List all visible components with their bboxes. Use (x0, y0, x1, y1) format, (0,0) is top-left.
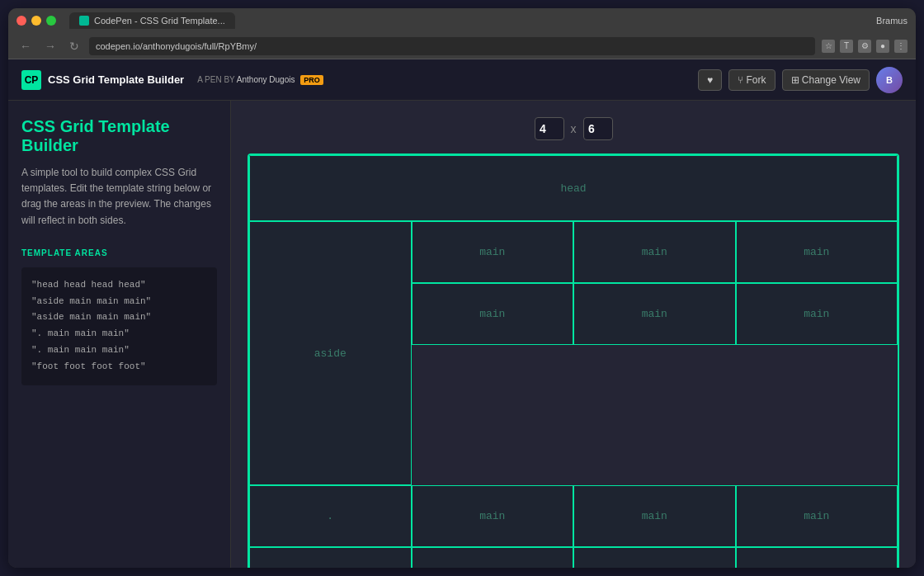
cols-input[interactable] (535, 117, 564, 140)
grid-cell-main-r5c2[interactable]: main (412, 547, 574, 568)
topbar-actions: ♥ ⑂ Fork ⊞ Change View B (698, 67, 903, 93)
main-label: main (642, 246, 667, 258)
forward-button[interactable]: → (41, 38, 59, 54)
user-label: Bramus (876, 16, 908, 26)
main-content: CSS Grid Template Builder A simple tool … (8, 101, 916, 568)
grid-cell-main-r4c3[interactable]: main (573, 485, 736, 547)
code-line-4: ". main main main" (31, 326, 207, 342)
grid-cell-dot-r4[interactable]: . (249, 485, 412, 547)
address-bar[interactable] (89, 37, 815, 55)
grid-cell-dot-r5[interactable]: . (249, 547, 412, 568)
maximize-button[interactable] (46, 16, 56, 26)
code-line-6: "foot foot foot foot" (31, 359, 207, 375)
grid-cell-aside[interactable]: aside (249, 221, 412, 485)
sidebar-title: CSS Grid Template Builder (21, 117, 217, 155)
browser-titlebar: CodePen - CSS Grid Template... Bramus (8, 8, 916, 33)
toolbar-icons: ☆ T ⚙ ● ⋮ (822, 40, 908, 53)
grid-cell-main-r5c3[interactable]: main (573, 547, 736, 568)
main-label: main (479, 246, 505, 258)
pen-label: A PEN BY Anthony Dugois PRO (197, 75, 323, 84)
head-label: head (560, 182, 586, 195)
change-view-button[interactable]: ⊞ Change View (782, 69, 870, 91)
main-label: main (479, 510, 505, 522)
ext-icon-3[interactable]: ● (876, 40, 889, 53)
grid-cell-main-r2c2[interactable]: main (412, 221, 574, 283)
close-button[interactable] (16, 16, 26, 26)
main-label: main (642, 308, 667, 320)
grid-cell-main-r2c4[interactable]: main (736, 221, 898, 283)
star-icon[interactable]: ☆ (822, 40, 835, 53)
main-label: main (804, 308, 829, 320)
app-logo: CP CSS Grid Template Builder (21, 70, 184, 90)
grid-cell-main-r5c4[interactable]: main (736, 547, 898, 568)
sidebar: CSS Grid Template Builder A simple tool … (8, 101, 231, 568)
code-line-2: "aside main main main" (31, 294, 207, 310)
browser-window: CodePen - CSS Grid Template... Bramus ← … (8, 8, 916, 568)
grid-cell-head[interactable]: head (249, 155, 898, 221)
menu-icon[interactable]: ⋮ (894, 40, 908, 53)
rows-input[interactable] (583, 117, 613, 140)
grid-cell-main-r3c3[interactable]: main (573, 283, 736, 345)
grid-cell-main-r4c4[interactable]: main (736, 485, 898, 547)
grid-preview[interactable]: head aside main main main main (248, 153, 899, 568)
grid-controls: x (248, 117, 899, 140)
code-line-1: "head head head head" (31, 277, 207, 294)
fork-button[interactable]: ⑂ Fork (728, 69, 775, 91)
reload-button[interactable]: ↻ (66, 38, 82, 54)
main-label: main (479, 308, 505, 320)
browser-tab[interactable]: CodePen - CSS Grid Template... (69, 12, 235, 29)
sidebar-description: A simple tool to build complex CSS Grid … (21, 165, 217, 229)
ext-icon-1[interactable]: T (840, 40, 853, 53)
main-label: main (804, 246, 829, 258)
ext-icon-2[interactable]: ⚙ (858, 40, 871, 53)
back-button[interactable]: ← (16, 38, 35, 54)
app-topbar: CP CSS Grid Template Builder A PEN BY An… (8, 59, 916, 101)
aside-label: aside (314, 347, 346, 360)
code-line-3: "aside main main main" (31, 309, 207, 326)
user-avatar: B (876, 67, 903, 93)
logo-icon: CP (21, 70, 41, 90)
main-label: main (642, 510, 667, 522)
minimize-button[interactable] (31, 16, 41, 26)
dot-label: . (327, 510, 333, 522)
tab-favicon (79, 16, 89, 26)
code-line-5: ". main main main" (31, 342, 207, 359)
logo-text: CP (25, 74, 39, 86)
heart-button[interactable]: ♥ (698, 69, 722, 91)
main-label: main (804, 510, 829, 522)
template-areas-label: TEMPLATE AREAS (21, 248, 217, 257)
grid-cell-main-r3c2[interactable]: main (412, 283, 574, 345)
browser-toolbar: ← → ↻ ☆ T ⚙ ● ⋮ (8, 33, 916, 59)
template-code-block[interactable]: "head head head head" "aside main main m… (21, 267, 217, 385)
tab-title: CodePen - CSS Grid Template... (94, 16, 225, 26)
preview-area: x head aside main main (231, 101, 916, 568)
grid-separator: x (571, 122, 577, 135)
pro-badge: PRO (300, 75, 323, 85)
grid-cell-main-r2c3[interactable]: main (573, 221, 736, 283)
grid-cell-main-r4c2[interactable]: main (412, 485, 574, 547)
app-title: CSS Grid Template Builder (48, 73, 184, 86)
pen-author: Anthony Dugois (237, 75, 295, 84)
grid-cell-main-r3c4[interactable]: main (736, 283, 898, 345)
